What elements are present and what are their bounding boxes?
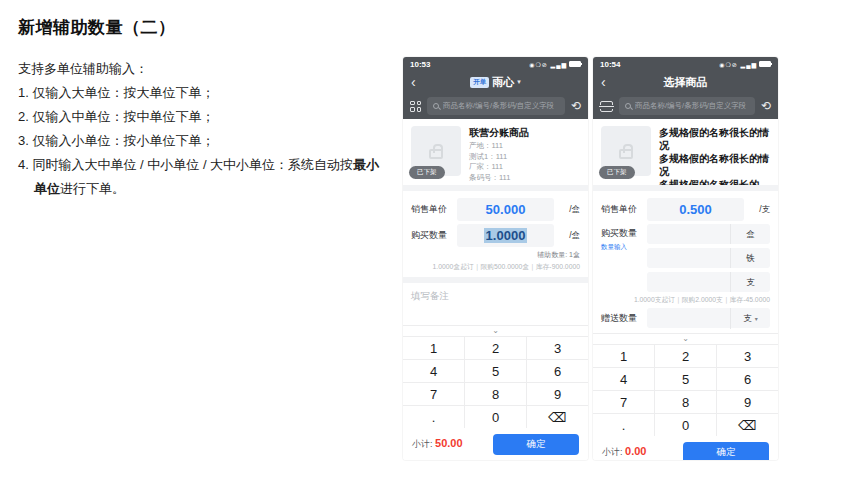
- multi-unit-qty-block: 购买数量 数量输入 盒 铁 支: [601, 224, 770, 292]
- search-row: 商品名称/编号/条形码/自定义字段 ⟲: [593, 93, 778, 119]
- unit-price-label: 销售单价: [411, 203, 457, 216]
- key-3[interactable]: 3: [717, 345, 778, 367]
- barcode-scan-icon[interactable]: [600, 101, 613, 112]
- nav-bar: ‹ 选择商品: [593, 71, 778, 93]
- subtotal-amount: 0.00: [625, 445, 646, 457]
- search-placeholder: 商品名称/编号/条形码/自定义字段: [443, 101, 554, 111]
- subtotal: 小计: 0.00: [602, 445, 646, 459]
- key-6[interactable]: 6: [527, 360, 588, 382]
- stock-hint: 1.0000支起订｜限购2.0000支｜库存-45.0000: [601, 295, 770, 305]
- key-backspace-icon[interactable]: ⌫: [527, 406, 588, 428]
- product-image: 已下架: [411, 126, 461, 176]
- key-8[interactable]: 8: [655, 391, 716, 413]
- gift-qty-input[interactable]: 支▾: [647, 308, 770, 328]
- key-4[interactable]: 4: [403, 360, 464, 382]
- key-1[interactable]: 1: [403, 337, 464, 359]
- product-name-line: 多规格假的名称很长的情况: [659, 152, 770, 178]
- battery-icon: [569, 61, 581, 67]
- keypad-collapse-icon[interactable]: ⌄: [593, 334, 778, 344]
- phone-screenshot-select-product: 10:54 ◉❍⊘ ▂▄▆ ‹ 选择商品 商品名称/编号/条形码/自定义字段 ⟲…: [593, 57, 778, 460]
- back-icon[interactable]: ‹: [601, 75, 606, 89]
- key-9[interactable]: 9: [717, 391, 778, 413]
- phone-screenshot-order: 10:53 ◉❍⊘ ▂▄▆ ‹ 开单 雨心 ▾ 商品名称/编号/条形码/自定义字…: [403, 57, 588, 460]
- nav-title: 选择商品: [664, 75, 708, 90]
- note-input[interactable]: 填写备注: [403, 283, 588, 310]
- key-2[interactable]: 2: [465, 337, 526, 359]
- history-icon[interactable]: ⟲: [571, 100, 581, 112]
- status-bar: 10:54 ◉❍⊘ ▂▄▆: [593, 57, 778, 71]
- search-row: 商品名称/编号/条形码/自定义字段 ⟲: [403, 93, 588, 119]
- search-icon: [433, 103, 439, 109]
- key-3[interactable]: 3: [527, 337, 588, 359]
- unit-price-unit: /支: [744, 204, 770, 216]
- nav-bar: ‹ 开单 雨心 ▾: [403, 71, 588, 93]
- off-shelf-badge: 已下架: [409, 166, 445, 179]
- qty-input-middle-unit[interactable]: 铁: [647, 248, 770, 268]
- slide-text-block: 新增辅助数量（二） 支持多单位辅助输入： 1. 仅输入大单位：按大单位下单； 2…: [18, 16, 388, 201]
- caret-down-icon: ▾: [755, 316, 758, 322]
- subtotal: 小计: 50.00: [412, 437, 463, 451]
- key-5[interactable]: 5: [655, 368, 716, 390]
- unit-label: 盒: [730, 224, 770, 244]
- product-field: 条码号：111: [469, 173, 580, 184]
- footer-bar: 小计: 50.00 确定: [403, 428, 588, 460]
- search-input[interactable]: 商品名称/编号/条形码/自定义字段: [427, 97, 565, 115]
- key-8[interactable]: 8: [465, 383, 526, 405]
- confirm-button[interactable]: 确定: [493, 434, 579, 455]
- product-card: 已下架 联营分账商品 产地：111 测试1：111 厂家：111 条码号：111: [403, 119, 588, 185]
- product-field: 产地：111: [469, 141, 580, 152]
- key-backspace-icon[interactable]: ⌫: [717, 414, 778, 436]
- search-input[interactable]: 商品名称/编号/条形码/自定义字段: [619, 97, 755, 115]
- unit-label: 支: [730, 272, 770, 292]
- buy-qty-input[interactable]: 1.0000: [457, 224, 554, 247]
- product-field: 厂家：111: [469, 162, 580, 173]
- key-4[interactable]: 4: [593, 368, 654, 390]
- off-shelf-badge: 已下架: [599, 166, 635, 179]
- key-dot[interactable]: .: [593, 414, 654, 436]
- key-6[interactable]: 6: [717, 368, 778, 390]
- bullet-4: 4. 同时输入大中单位 / 中小单位 / 大中小单位：系统自动按最小单位进行下单…: [18, 153, 388, 201]
- battery-icon: [759, 61, 771, 67]
- product-card: 已下架 多规格假的名称很长的情况 多规格假的名称很长的情况 多规格假的名称很长的…: [593, 119, 778, 185]
- unit-price-input[interactable]: 50.000: [457, 198, 554, 221]
- status-icons: ◉❍⊘ ▂▄▆: [719, 61, 757, 68]
- confirm-button[interactable]: 确定: [683, 442, 769, 461]
- key-7[interactable]: 7: [593, 391, 654, 413]
- buy-qty-label: 购买数量: [411, 229, 457, 242]
- numeric-keypad: ⌄ 1 2 3 4 5 6 7 8 9 . 0 ⌫: [403, 325, 588, 428]
- qty-input-large-unit[interactable]: 盒: [647, 224, 770, 244]
- page-title: 新增辅助数量（二）: [18, 16, 388, 39]
- intro-line: 支持多单位辅助输入：: [18, 57, 388, 81]
- stock-hint: 1.0000盒起订｜限购500.0000盒｜库存-900.0000: [411, 262, 580, 272]
- buy-qty-unit: /盒: [554, 230, 580, 242]
- key-5[interactable]: 5: [465, 360, 526, 382]
- gift-unit-select[interactable]: 支▾: [730, 308, 770, 329]
- qty-input-mode-link[interactable]: 数量输入: [601, 243, 647, 252]
- selected-qty-value: 1.0000: [484, 228, 528, 243]
- bullet-2: 2. 仅输入中单位：按中单位下单；: [18, 105, 388, 129]
- key-7[interactable]: 7: [403, 383, 464, 405]
- status-icons: ◉❍⊘ ▂▄▆: [529, 61, 567, 68]
- key-0[interactable]: 0: [465, 406, 526, 428]
- key-dot[interactable]: .: [403, 406, 464, 428]
- store-selector[interactable]: 雨心: [492, 75, 514, 90]
- back-icon[interactable]: ‹: [411, 75, 416, 89]
- product-field: 测试1：111: [469, 152, 580, 163]
- status-time: 10:53: [410, 60, 430, 69]
- numeric-keypad: ⌄ 1 2 3 4 5 6 7 8 9 . 0 ⌫: [593, 333, 778, 436]
- key-0[interactable]: 0: [655, 414, 716, 436]
- qty-input-small-unit[interactable]: 支: [647, 272, 770, 292]
- caret-down-icon: ▾: [517, 78, 521, 86]
- key-1[interactable]: 1: [593, 345, 654, 367]
- category-grid-icon[interactable]: [410, 101, 421, 112]
- keypad-collapse-icon[interactable]: ⌄: [403, 326, 588, 336]
- unit-price-label: 销售单价: [601, 203, 647, 216]
- key-2[interactable]: 2: [655, 345, 716, 367]
- key-9[interactable]: 9: [527, 383, 588, 405]
- bullet-1: 1. 仅输入大单位：按大单位下单；: [18, 81, 388, 105]
- gift-qty-label: 赠送数量: [601, 312, 647, 325]
- unit-price-input[interactable]: 0.500: [647, 198, 744, 221]
- lock-icon: [619, 149, 633, 159]
- history-icon[interactable]: ⟲: [761, 100, 771, 112]
- search-icon: [625, 103, 631, 109]
